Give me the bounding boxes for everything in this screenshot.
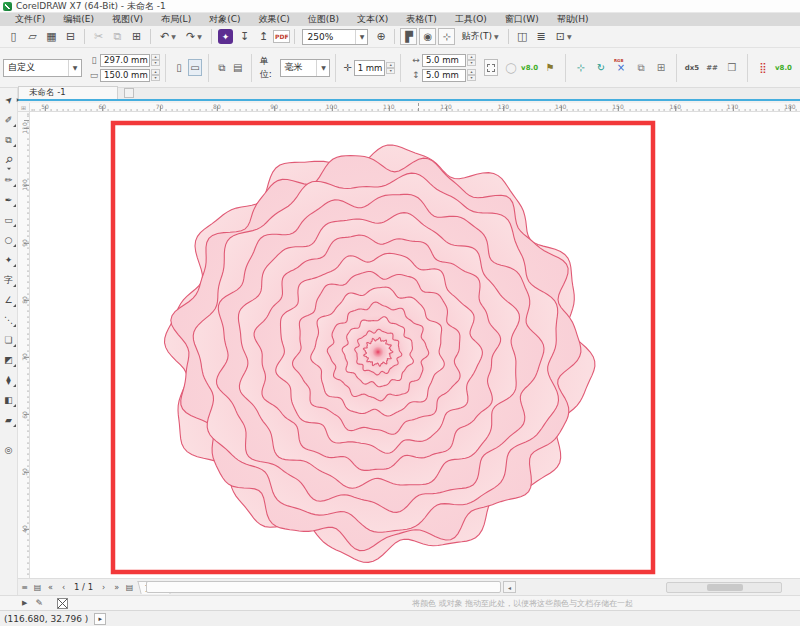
duplicate-x-field[interactable]: 5.0 mm: [422, 54, 466, 67]
menu-item-5[interactable]: 效果(C): [249, 13, 298, 26]
plugin-dx5-icon[interactable]: dx5: [684, 59, 700, 76]
open-icon[interactable]: ▱: [24, 28, 41, 45]
plugin-version-label-2[interactable]: v8.0: [775, 59, 792, 76]
zoom-level-select[interactable]: 250%▼: [302, 29, 368, 45]
first-page-button[interactable]: «: [44, 581, 57, 594]
chevron-down-icon[interactable]: ▼: [68, 60, 81, 76]
duplicate-x-stepper[interactable]: ▴▾: [467, 54, 476, 66]
vertical-ruler[interactable]: 11010090807060504030: [18, 112, 30, 578]
plugin-grid-dots-icon[interactable]: ⣿: [755, 59, 771, 76]
last-page-button[interactable]: »: [110, 581, 123, 594]
nudge-field[interactable]: 1 mm: [354, 60, 386, 76]
menu-item-4[interactable]: 对象(C): [200, 13, 249, 26]
freehand-tool-icon[interactable]: ✏: [1, 170, 17, 190]
plugin-workspace-icon[interactable]: ⚑: [542, 59, 558, 76]
eyedropper-tool-icon[interactable]: ⧫: [1, 370, 17, 390]
units-select[interactable]: 毫米 ▼: [280, 59, 331, 77]
page-height-field[interactable]: 150.0 mm: [100, 69, 150, 82]
page-width-field[interactable]: 297.0 mm: [100, 54, 150, 67]
nudge-stepper[interactable]: ▴▾: [386, 62, 395, 74]
menu-item-2[interactable]: 视图(V): [103, 13, 152, 26]
fullscreen-preview-icon[interactable]: ⊕: [372, 28, 389, 45]
menu-item-11[interactable]: 帮助(H): [548, 13, 598, 26]
cut-icon[interactable]: ✂: [90, 28, 107, 45]
page-height-stepper[interactable]: ▴▾: [151, 69, 160, 81]
no-color-swatch[interactable]: [57, 598, 68, 609]
import-icon[interactable]: ↧: [236, 28, 253, 45]
menu-item-9[interactable]: 工具(O): [446, 13, 496, 26]
current-page-button[interactable]: ▤: [231, 59, 245, 76]
duplicate-y-field[interactable]: 5.0 mm: [422, 69, 466, 82]
menu-item-7[interactable]: 文本(X): [348, 13, 397, 26]
options-icon[interactable]: ◫: [514, 28, 531, 45]
dimension-tool-icon[interactable]: ∠: [1, 290, 17, 310]
plugin-refresh-icon[interactable]: ↻: [593, 59, 609, 76]
page-width-stepper[interactable]: ▴▾: [151, 54, 160, 66]
publish-pdf-icon[interactable]: PDF: [273, 30, 290, 43]
chevron-down-icon[interactable]: ▼: [567, 33, 572, 40]
bottom-corner-button[interactable]: ≡: [18, 581, 31, 594]
paste-icon[interactable]: ⊞: [128, 28, 145, 45]
show-guidelines-toggle[interactable]: ⊹: [438, 28, 455, 45]
shape-tool-icon[interactable]: ✐: [1, 110, 17, 130]
plugin-hash-icon[interactable]: ##: [704, 59, 720, 76]
chevron-down-icon[interactable]: ▼: [197, 33, 202, 40]
ellipse-tool-icon[interactable]: ○: [1, 230, 17, 250]
show-grid-toggle[interactable]: ◉: [419, 28, 436, 45]
connector-tool-icon[interactable]: ⋱: [1, 310, 17, 330]
plugin-align-icon[interactable]: ⊹: [573, 59, 589, 76]
drawing-canvas[interactable]: [30, 112, 800, 578]
menu-item-0[interactable]: 文件(F): [6, 13, 54, 26]
chevron-down-icon[interactable]: ▼: [316, 60, 329, 76]
chevron-down-icon[interactable]: ▼: [355, 30, 367, 44]
artistic-media-tool-icon[interactable]: ✒: [1, 190, 17, 210]
application-launcher-icon[interactable]: ≣: [533, 28, 550, 45]
save-icon[interactable]: ▦: [43, 28, 60, 45]
duplicate-y-stepper[interactable]: ▴▾: [467, 69, 476, 81]
mini-scrollbar-track[interactable]: [666, 582, 782, 593]
menu-item-1[interactable]: 编辑(E): [54, 13, 103, 26]
treat-as-filled-toggle[interactable]: [484, 59, 498, 76]
outline-tool-icon[interactable]: ◎: [1, 440, 17, 460]
redo-icon[interactable]: ↷▼: [182, 28, 206, 45]
status-expand-button[interactable]: ▸: [94, 613, 106, 625]
menu-item-6[interactable]: 位图(B): [299, 13, 348, 26]
horizontal-scrollbar-thumb[interactable]: [146, 581, 501, 593]
document-tab[interactable]: 未命名 -1: [18, 86, 118, 99]
palette-eyedropper-icon[interactable]: ✎: [35, 598, 43, 608]
show-rulers-toggle[interactable]: ▛: [400, 28, 417, 45]
scroll-left-button[interactable]: ◂: [503, 581, 516, 593]
menu-item-10[interactable]: 窗口(W): [496, 13, 548, 26]
mini-scrollbar-thumb[interactable]: [707, 584, 743, 591]
outline-circle-button[interactable]: ◯: [504, 59, 518, 76]
menu-item-3[interactable]: 布局(L): [152, 13, 200, 26]
chevron-down-icon[interactable]: ▼: [171, 33, 176, 40]
plugin-copy-icon[interactable]: ⧉: [633, 59, 649, 76]
plugin-3d-box-icon[interactable]: ❒: [724, 59, 740, 76]
plugin-rgb-convert-icon[interactable]: ×RGB: [613, 59, 629, 76]
new-document-icon[interactable]: ▯: [5, 28, 22, 45]
menu-item-8[interactable]: 表格(T): [397, 13, 446, 26]
export-icon[interactable]: ↥: [255, 28, 272, 45]
plugin-paste-icon[interactable]: ⊞: [653, 59, 669, 76]
horizontal-ruler[interactable]: 5060708090100110120130140150160170180: [30, 103, 800, 112]
polygon-tool-icon[interactable]: ✦: [1, 250, 17, 270]
add-page-button[interactable]: ▤: [31, 581, 44, 594]
transparency-tool-icon[interactable]: ◩: [1, 350, 17, 370]
text-tool-icon[interactable]: 字: [1, 270, 17, 290]
content-exchange-icon[interactable]: ✦: [217, 28, 234, 45]
plugin-version-label[interactable]: v8.0: [521, 59, 538, 76]
crop-tool-icon[interactable]: ⧉: [1, 130, 17, 150]
print-icon[interactable]: ⊟: [62, 28, 79, 45]
tab-extra-button[interactable]: [124, 88, 134, 98]
ruler-origin-button[interactable]: ⊞: [18, 103, 30, 112]
workspace-display-icon[interactable]: ⊡▼: [552, 28, 576, 45]
landscape-button[interactable]: ▭: [188, 59, 202, 76]
smart-fill-tool-icon[interactable]: ▰: [1, 410, 17, 430]
interactive-fill-tool-icon[interactable]: ◧: [1, 390, 17, 410]
all-pages-button[interactable]: ⧉: [215, 59, 229, 76]
portrait-button[interactable]: ▯: [172, 59, 186, 76]
previous-page-button[interactable]: ‹: [57, 581, 70, 594]
palette-flyout-icon[interactable]: ▶: [22, 599, 27, 607]
snap-to-dropdown[interactable]: 贴齐(T)▼: [456, 28, 503, 45]
